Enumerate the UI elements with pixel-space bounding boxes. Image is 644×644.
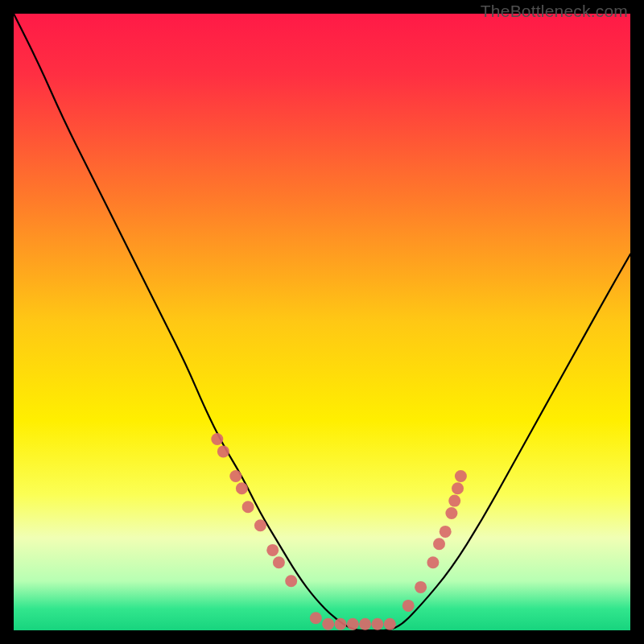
data-marker: [384, 618, 396, 630]
data-marker: [427, 556, 439, 568]
data-marker: [242, 501, 254, 513]
data-marker: [254, 519, 266, 531]
data-marker: [211, 433, 223, 445]
data-marker: [273, 556, 285, 568]
data-marker: [415, 581, 427, 593]
data-marker: [448, 495, 460, 507]
chart-background: [14, 14, 630, 630]
data-marker: [347, 618, 359, 630]
data-marker: [452, 482, 464, 494]
chart-svg: [14, 14, 630, 630]
data-marker: [266, 544, 279, 556]
data-marker: [455, 470, 467, 482]
chart-frame: [14, 14, 630, 630]
data-marker: [335, 618, 347, 630]
data-marker: [217, 445, 229, 457]
data-marker: [440, 526, 452, 538]
data-marker: [445, 507, 457, 519]
data-marker: [310, 612, 322, 624]
data-marker: [285, 575, 297, 587]
data-marker: [433, 538, 445, 550]
data-marker: [229, 470, 242, 482]
data-marker: [359, 618, 371, 630]
data-marker: [402, 600, 415, 612]
watermark-text: TheBottleneck.com: [481, 2, 628, 21]
data-marker: [236, 482, 248, 494]
data-marker: [322, 618, 334, 630]
data-marker: [371, 618, 383, 630]
